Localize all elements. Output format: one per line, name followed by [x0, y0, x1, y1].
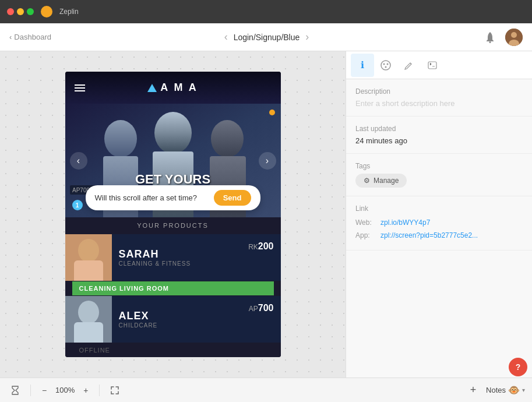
- svg-rect-25: [428, 62, 436, 69]
- svg-point-9: [211, 120, 244, 157]
- prev-screen-button[interactable]: ‹: [224, 31, 228, 43]
- manage-tags-button[interactable]: ⚙ Manage: [355, 174, 407, 188]
- right-panel-content: Description Enter a short description he…: [346, 79, 532, 378]
- separator2: [99, 385, 100, 396]
- svg-point-2: [511, 32, 517, 38]
- sarah-role: CLEANING & FITNESS: [119, 260, 274, 267]
- tab-style[interactable]: [374, 54, 397, 77]
- product-item-sarah[interactable]: SARAH CLEANING & FITNESS RK200: [65, 234, 281, 281]
- sarah-rank: RK200: [248, 241, 273, 252]
- back-chevron: ‹: [9, 33, 12, 41]
- app-label: App:: [355, 231, 376, 239]
- description-section: Description Enter a short description he…: [346, 79, 532, 117]
- right-panel-tabs: ℹ: [346, 51, 532, 79]
- menu-line: [75, 90, 85, 91]
- separator: [30, 385, 31, 396]
- zoom-out-button[interactable]: −: [38, 384, 51, 397]
- send-button[interactable]: Send: [214, 190, 251, 206]
- svg-point-5: [104, 120, 137, 157]
- triangle-icon: [147, 84, 157, 92]
- description-placeholder[interactable]: Enter a short description here: [355, 99, 523, 108]
- palette-icon: [380, 60, 391, 70]
- zoom-in-button[interactable]: +: [79, 384, 92, 397]
- next-screen-button[interactable]: ›: [305, 31, 309, 43]
- tab-info[interactable]: ℹ: [351, 54, 374, 77]
- window-controls: [7, 8, 34, 15]
- brand-logo: A M A: [147, 82, 198, 94]
- add-button[interactable]: +: [465, 382, 481, 399]
- alex-avatar: [65, 296, 112, 343]
- alex-status: OFFLINE: [72, 347, 117, 354]
- hero-badge: 1: [72, 200, 83, 210]
- sarah-avatar: [65, 234, 112, 281]
- hero-image: AP700 GET YOURS TODAY! ‹ › 1 Will this s…: [65, 104, 281, 217]
- back-button[interactable]: ‹ Dashboard: [9, 33, 51, 41]
- tab-edit[interactable]: [397, 54, 421, 77]
- help-button[interactable]: ?: [509, 358, 527, 376]
- screen-title: Login/Signup/Blue: [234, 33, 300, 42]
- svg-point-7: [154, 112, 192, 154]
- hamburger-menu-icon[interactable]: [75, 84, 85, 91]
- svg-rect-19: [74, 322, 103, 343]
- tab-code[interactable]: [421, 54, 444, 77]
- app-name: Zeplin: [59, 8, 79, 16]
- canvas-area[interactable]: A M A: [0, 51, 346, 378]
- main-content: A M A: [0, 51, 532, 378]
- link-label: Link: [355, 204, 523, 213]
- maximize-dot[interactable]: [27, 8, 34, 15]
- hero-next-button[interactable]: ›: [259, 152, 276, 170]
- products-header: YOUR PRODUCTS: [65, 217, 281, 234]
- tooltip-text: Will this scroll after a set time?: [95, 193, 207, 202]
- app-link[interactable]: zpl://screen?pid=5b2777c5e2...: [380, 231, 478, 239]
- manage-label: Manage: [374, 177, 399, 185]
- description-label: Description: [355, 87, 523, 96]
- tags-label: Tags: [355, 162, 523, 170]
- product-item-alex[interactable]: ALEX CHILDCARE AP700: [65, 296, 281, 343]
- toolbar-center: ‹ Login/Signup/Blue ›: [51, 31, 482, 43]
- alex-role: CHILDCARE: [119, 322, 274, 329]
- tags-section: Tags ⚙ Manage: [346, 154, 532, 196]
- dropdown-arrow: ▾: [522, 387, 525, 393]
- code-icon: [427, 60, 438, 70]
- sarah-status-bar: CLEANING LIVING ROOM: [65, 281, 281, 295]
- web-label: Web:: [355, 218, 376, 227]
- edit-icon: [404, 60, 414, 70]
- svg-point-22: [383, 63, 385, 65]
- alex-avatar-img: [65, 296, 112, 343]
- link-section: Link Web: zpl.io/bWYY4p7 App: zpl://scre…: [346, 196, 532, 251]
- last-updated-value: 24 minutes ago: [355, 136, 523, 145]
- notes-button[interactable]: Notes 🐵 ▾: [486, 385, 525, 396]
- user-avatar[interactable]: [505, 29, 523, 46]
- alex-rank: AP700: [249, 303, 274, 313]
- sarah-status: CLEANING LIVING ROOM: [72, 281, 274, 295]
- minimize-dot[interactable]: [17, 8, 24, 15]
- ama-header: A M A: [65, 72, 281, 104]
- bottom-bar: − 100% + + Notes 🐵 ▾: [0, 378, 532, 402]
- notifications-button[interactable]: [482, 29, 498, 45]
- last-updated-label: Last updated: [355, 125, 523, 133]
- close-dot[interactable]: [7, 8, 14, 15]
- menu-line: [75, 84, 85, 86]
- toolbar: ‹ Dashboard ‹ Login/Signup/Blue ›: [0, 23, 532, 51]
- right-panel: ℹ: [346, 51, 532, 378]
- back-label: Dashboard: [14, 33, 51, 41]
- toolbar-right: [482, 29, 523, 46]
- fullscreen-icon: [110, 385, 120, 396]
- sarah-avatar-img: [65, 234, 112, 281]
- svg-point-20: [80, 303, 97, 317]
- svg-point-21: [381, 61, 390, 70]
- fullscreen-button[interactable]: [107, 382, 123, 399]
- monkey-emoji: 🐵: [508, 385, 520, 396]
- alex-status-bar: OFFLINE: [65, 343, 281, 357]
- svg-point-0: [489, 41, 491, 43]
- notes-label: Notes: [486, 386, 506, 394]
- live-dot: [269, 110, 275, 115]
- web-link[interactable]: zpl.io/bWYY4p7: [380, 218, 430, 227]
- timer-tool[interactable]: [7, 382, 23, 399]
- svg-point-23: [387, 63, 389, 65]
- products-section: YOUR PRODUCTS SARAH CLEANING & FITNESS: [65, 217, 281, 357]
- hero-prev-button[interactable]: ‹: [70, 152, 87, 170]
- title-bar: Zeplin: [0, 0, 532, 23]
- web-link-row: Web: zpl.io/bWYY4p7: [355, 216, 523, 229]
- app-link-row: App: zpl://screen?pid=5b2777c5e2...: [355, 229, 523, 242]
